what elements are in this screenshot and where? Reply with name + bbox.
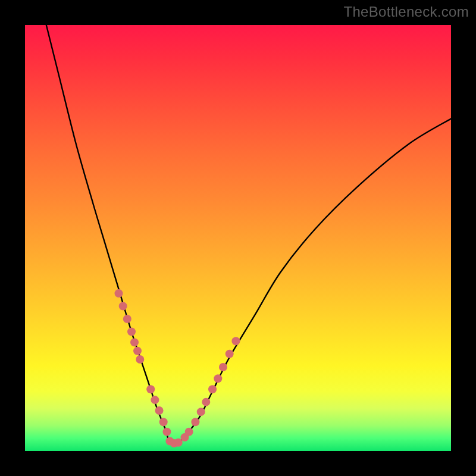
highlight-dot bbox=[146, 385, 155, 393]
highlight-dot bbox=[130, 338, 139, 346]
chart-frame: TheBottleneck.com bbox=[0, 0, 476, 476]
watermark-text: TheBottleneck.com bbox=[343, 4, 469, 20]
highlight-dot bbox=[136, 355, 144, 364]
highlight-dot bbox=[162, 428, 171, 436]
plot-area bbox=[25, 25, 451, 451]
chart-svg bbox=[25, 25, 451, 451]
highlight-dot bbox=[202, 398, 210, 406]
highlight-dot bbox=[185, 428, 193, 436]
highlight-dot bbox=[231, 337, 240, 345]
highlight-dot bbox=[226, 350, 234, 358]
highlight-dot bbox=[155, 406, 164, 415]
highlight-dot bbox=[219, 363, 227, 371]
highlight-dot bbox=[214, 374, 222, 383]
highlight-dot bbox=[133, 347, 142, 355]
highlight-dot bbox=[119, 302, 127, 311]
highlight-dots-group bbox=[115, 289, 240, 447]
highlight-dot bbox=[127, 328, 136, 336]
highlight-dot bbox=[123, 315, 131, 323]
bottleneck-curve bbox=[46, 25, 451, 444]
highlight-dot bbox=[151, 396, 159, 404]
highlight-dot bbox=[191, 418, 199, 426]
highlight-dot bbox=[197, 408, 205, 416]
highlight-dot bbox=[115, 289, 123, 298]
highlight-dot bbox=[208, 385, 217, 393]
highlight-dot bbox=[159, 418, 168, 426]
